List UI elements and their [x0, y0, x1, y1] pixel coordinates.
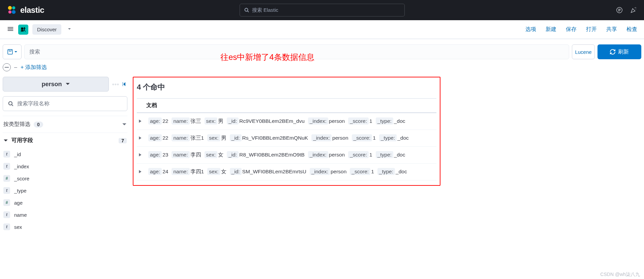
search-icon	[8, 101, 14, 107]
field-item[interactable]: t_id	[3, 148, 127, 160]
nav-toggle[interactable]	[7, 25, 14, 34]
doc-field-key: name:	[172, 168, 189, 175]
save-icon	[7, 49, 13, 55]
expand-row-button[interactable]	[138, 135, 145, 141]
field-name: _score	[14, 176, 29, 181]
chevron-down-icon	[122, 122, 127, 127]
doc-field-key: _type:	[379, 134, 397, 141]
doc-field-value: 李四	[190, 152, 201, 158]
doc-field-key: age:	[148, 134, 162, 141]
annotation-text: 往es中新增了4条数据信息	[220, 52, 314, 63]
doc-field-value: 张三	[190, 118, 201, 124]
doc-source: age:23name:李四sex:女_id:R8_WFI0BBLem2BEmO9…	[148, 151, 409, 159]
field-item[interactable]: tsex	[3, 221, 127, 233]
field-item[interactable]: tname	[3, 209, 127, 221]
field-item[interactable]: t_type	[3, 184, 127, 197]
doc-field-key: sex:	[205, 151, 217, 158]
expand-row-button[interactable]	[138, 118, 145, 125]
doc-table-header: 文档	[137, 98, 436, 113]
nav-share[interactable]: 共享	[606, 26, 617, 33]
query-bar: 搜索 Lucene 刷新	[0, 39, 644, 59]
nav-save[interactable]: 保存	[566, 26, 577, 33]
doc-field-value: SM_WFI0BBLem2BEmrtsU	[242, 169, 306, 174]
brand-text: elastic	[20, 5, 44, 15]
main-content: person ▫▫▫ 搜索字段名称 按类型筛选 0 可用字段 7 t_idt_i…	[0, 77, 644, 233]
field-type-icon: t	[3, 211, 10, 218]
app-title-button[interactable]: Discover	[32, 24, 61, 35]
doc-field-key: name:	[172, 134, 189, 141]
elastic-logo-icon	[7, 5, 17, 15]
expand-row-button[interactable]	[138, 169, 145, 175]
top-nav-links: 选项 新建 保存 打开 共享 检查	[525, 26, 637, 33]
celebrate-icon[interactable]	[630, 6, 637, 14]
annotation-box: 4 个命中 文档 age:22name:张三sex:男_id:Rc9VEY0BB…	[133, 77, 440, 186]
doc-field-value: 女	[218, 152, 223, 158]
results-area: 往es中新增了4条数据信息 4 个命中 文档 age:22name:张三sex:…	[133, 77, 641, 233]
doc-row: age:24name:李四1sex:女_id:SM_WFI0BBLem2BEmr…	[137, 164, 436, 180]
field-type-icon: t	[3, 151, 10, 158]
doc-field-value: Rs_VFI0BBLem2BEmQNuK	[242, 135, 308, 141]
doc-field-value: 张三1	[190, 135, 204, 141]
space-selector[interactable]: 默	[18, 25, 28, 35]
doc-field-key: name:	[172, 151, 189, 158]
doc-field-key: age:	[148, 151, 162, 158]
field-item[interactable]: t_index	[3, 160, 127, 172]
field-item[interactable]: #age	[3, 197, 127, 209]
doc-field-value: _doc	[394, 118, 405, 124]
expand-row-button[interactable]	[138, 152, 145, 158]
doc-field-value: 1	[369, 118, 372, 124]
doc-field-key: sex:	[207, 168, 220, 175]
add-filter-button[interactable]: + 添加筛选	[21, 64, 47, 71]
global-header: elastic 搜索 Elastic	[0, 0, 644, 20]
doc-field-key: age:	[148, 168, 162, 175]
doc-field-value: 男	[221, 135, 226, 141]
doc-field-key: _type:	[376, 117, 393, 125]
hit-count: 4 个命中	[137, 82, 436, 92]
nav-new[interactable]: 新建	[546, 26, 556, 33]
nav-open[interactable]: 打开	[586, 26, 597, 33]
doc-row: age:22name:张三1sex:男_id:Rs_VFI0BBLem2BEmQ…	[137, 130, 436, 147]
doc-field-key: _type:	[376, 151, 393, 158]
nav-inspect[interactable]: 检查	[626, 26, 637, 33]
doc-field-value: _doc	[396, 169, 407, 174]
doc-source: age:22name:张三1sex:男_id:Rs_VFI0BBLem2BEmQ…	[148, 135, 412, 142]
doc-field-value: 22	[162, 118, 168, 124]
global-search[interactable]: 搜索 Elastic	[240, 4, 405, 16]
field-name: _type	[14, 188, 27, 194]
doc-field-value: _doc	[397, 135, 409, 141]
doc-field-value: 女	[221, 169, 226, 174]
fields-sidebar: person ▫▫▫ 搜索字段名称 按类型筛选 0 可用字段 7 t_idt_i…	[3, 77, 127, 233]
doc-field-value: Rc9VEY0BBLem2BEm_dvu	[239, 118, 305, 124]
doc-field-key: _score:	[352, 134, 372, 141]
refresh-button[interactable]: 刷新	[597, 44, 641, 59]
field-name: _id	[14, 151, 21, 157]
svg-point-1	[12, 6, 15, 9]
breadcrumb-chevron-icon[interactable]	[67, 26, 72, 33]
available-fields-header[interactable]: 可用字段 7	[3, 133, 127, 148]
filter-options-button[interactable]	[3, 63, 11, 71]
field-type-icon: t	[3, 163, 10, 170]
query-language-switcher[interactable]: Lucene	[572, 44, 595, 59]
field-search-input[interactable]: 搜索字段名称	[3, 96, 127, 111]
field-type-icon: t	[3, 187, 10, 194]
doc-field-key: _id:	[230, 168, 242, 175]
doc-table-body: age:22name:张三sex:男_id:Rc9VEY0BBLem2BEm_d…	[137, 113, 436, 180]
nav-options[interactable]: 选项	[525, 26, 536, 33]
drag-handle-icon[interactable]: ▫▫▫	[112, 81, 119, 87]
doc-field-value: 1	[373, 135, 376, 141]
filter-by-type[interactable]: 按类型筛选 0	[3, 116, 127, 133]
news-icon[interactable]	[616, 6, 623, 14]
doc-field-key: _index:	[310, 168, 330, 175]
doc-field-key: _id:	[227, 117, 239, 125]
saved-query-button[interactable]	[3, 44, 22, 59]
filter-by-type-label: 按类型筛选	[3, 121, 30, 128]
chevron-down-icon	[65, 82, 70, 86]
doc-field-value: 1	[369, 152, 372, 158]
brand-logo[interactable]: elastic	[7, 5, 44, 15]
index-pattern-selector[interactable]: person	[3, 77, 109, 92]
doc-field-key: _score:	[350, 168, 370, 175]
hit-count-number: 4	[137, 83, 141, 91]
doc-field-key: _id:	[230, 134, 242, 141]
collapse-left-icon[interactable]	[122, 81, 127, 87]
field-item[interactable]: #_score	[3, 172, 127, 184]
